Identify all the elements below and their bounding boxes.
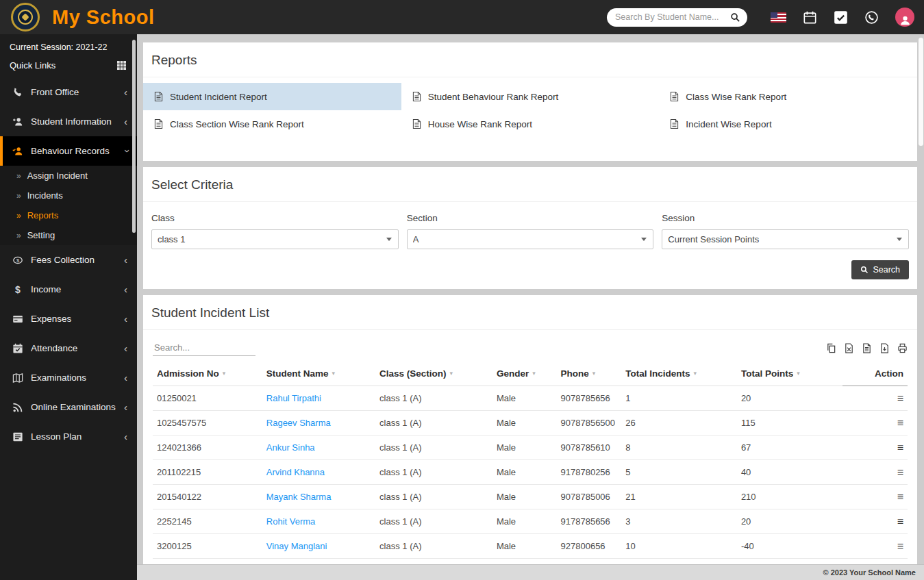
sort-icon: ▾ <box>797 370 800 377</box>
gender-cell: Male <box>492 436 557 460</box>
search-button[interactable]: Search <box>851 260 909 279</box>
class-section-cell: class 1 (A) <box>375 460 492 485</box>
total-points-cell: 40 <box>737 460 842 485</box>
task-check-icon[interactable] <box>834 10 848 25</box>
column-header[interactable]: Phone▾ <box>557 362 622 386</box>
brand[interactable]: My School <box>0 3 155 31</box>
report-link[interactable]: Incident Wise Report <box>659 110 917 138</box>
file-icon <box>670 91 679 102</box>
report-link-label: Class Section Wise Rank Report <box>170 119 304 129</box>
chevron-icon: ‹ <box>124 314 127 324</box>
student-search-input[interactable] <box>615 12 730 22</box>
column-header[interactable]: Action▾ <box>842 362 908 386</box>
student-name-link[interactable]: Rahul Tirpathi <box>266 393 321 403</box>
page-scrollbar[interactable] <box>919 38 923 146</box>
phone-cell: 9178780256 <box>557 460 622 485</box>
column-header[interactable]: Class (Section)▾ <box>375 362 492 386</box>
sidebar-item[interactable]: Online Examinations ‹ <box>0 392 137 422</box>
sidebar-item-label: Behaviour Records <box>31 146 116 156</box>
sidebar-subitem[interactable]: » Setting <box>0 225 137 245</box>
admission-no-cell: 3200125 <box>153 534 262 559</box>
student-name-link[interactable]: Rageev Sharma <box>266 418 331 428</box>
row-action-menu-icon[interactable]: ≡ <box>897 466 903 478</box>
criteria-select[interactable]: A <box>407 229 654 249</box>
report-link[interactable]: Class Wise Rank Report <box>659 83 917 110</box>
student-incident-list-card: Student Incident List Admission No▾ Stud… <box>143 295 917 580</box>
calendar-icon[interactable] <box>803 10 817 25</box>
phone-cell: 90787856500 <box>557 411 622 436</box>
sidebar-item[interactable]: $ Income ‹ <box>0 275 137 304</box>
report-link[interactable]: House Wise Rank Report <box>401 110 660 138</box>
student-name-link[interactable]: Mayank Sharma <box>266 492 332 502</box>
sidebar-item[interactable]: Behaviour Records ‹ <box>0 136 137 166</box>
class-section-cell: class 1 (A) <box>375 509 492 534</box>
total-incidents-cell: 26 <box>621 411 737 436</box>
quick-links[interactable]: Quick Links <box>0 55 137 77</box>
us-flag-icon[interactable] <box>771 12 786 23</box>
angle-double-right-icon: » <box>16 211 21 220</box>
search-button-label: Search <box>873 265 900 275</box>
row-action-menu-icon[interactable]: ≡ <box>897 491 903 503</box>
grid-icon[interactable] <box>117 61 126 70</box>
column-header[interactable]: Total Points▾ <box>737 362 842 386</box>
column-header[interactable]: Total Incidents▾ <box>621 362 737 386</box>
report-link[interactable]: Student Incident Report <box>143 83 401 110</box>
column-header[interactable]: Admission No▾ <box>153 362 262 386</box>
admission-no-cell: 1025457575 <box>153 411 262 436</box>
criteria-select[interactable]: class 1 <box>151 229 399 249</box>
sidebar-item[interactable]: $ Fees Collection ‹ <box>0 245 137 275</box>
chevron-icon: ‹ <box>124 373 127 383</box>
sidebar-item[interactable]: Attendance ‹ <box>0 333 137 363</box>
sidebar-subitem[interactable]: » Reports <box>0 205 137 225</box>
sidebar-item[interactable]: Lesson Plan ‹ <box>0 422 137 451</box>
student-name-link[interactable]: Arvind Khanna <box>266 467 325 477</box>
sidebar-subitem-label: Setting <box>27 230 55 240</box>
row-action-menu-icon[interactable]: ≡ <box>897 540 903 552</box>
field-label: Class <box>151 213 399 223</box>
column-header-label: Total Incidents <box>625 368 690 379</box>
sidebar-item[interactable]: Front Office ‹ <box>0 77 137 107</box>
sidebar-scrollbar[interactable] <box>132 40 136 233</box>
row-action-menu-icon[interactable]: ≡ <box>897 392 903 404</box>
table-search-input[interactable] <box>153 340 255 356</box>
report-link[interactable]: Student Behaviour Rank Report <box>401 83 660 110</box>
sidebar-item[interactable]: Examinations ‹ <box>0 363 137 392</box>
table-row: 201102215 Arvind Khanna class 1 (A) Male… <box>153 460 908 485</box>
row-action-menu-icon[interactable]: ≡ <box>897 442 903 453</box>
criteria-actions: Search <box>143 249 917 279</box>
gender-cell: Male <box>492 534 557 559</box>
search-icon <box>860 266 869 274</box>
student-name-link[interactable]: Ankur Sinha <box>266 442 315 453</box>
copy-icon[interactable] <box>826 343 836 353</box>
csv-icon[interactable] <box>862 343 872 353</box>
action-cell: ≡ <box>842 534 908 559</box>
report-link[interactable]: Class Section Wise Rank Report <box>143 110 401 138</box>
sidebar-subitem[interactable]: » Assign Incident <box>0 166 137 186</box>
incident-list-title: Student Incident List <box>143 295 917 330</box>
column-header[interactable]: Student Name▾ <box>262 362 375 386</box>
sidebar-subitem[interactable]: » Incidents <box>0 186 137 205</box>
column-header[interactable]: Gender▾ <box>492 362 557 386</box>
total-incidents-cell: 21 <box>621 485 737 509</box>
phone-cell: 9078785006 <box>557 485 622 509</box>
student-name-link[interactable]: Vinay Manglani <box>266 541 327 551</box>
sidebar-subitem-label: Incidents <box>27 190 63 201</box>
criteria-select[interactable]: Current Session Points <box>662 229 909 249</box>
sidebar-item[interactable]: Student Information ‹ <box>0 107 137 136</box>
whatsapp-icon[interactable] <box>864 10 879 25</box>
profile-avatar[interactable] <box>895 8 914 27</box>
row-action-menu-icon[interactable]: ≡ <box>897 417 903 429</box>
select-criteria-card: Select Criteria Class class 1 Section A … <box>143 167 917 289</box>
print-icon[interactable] <box>897 343 908 353</box>
row-action-menu-icon[interactable]: ≡ <box>897 516 903 527</box>
pdf-icon[interactable] <box>879 343 890 353</box>
action-cell: ≡ <box>842 411 908 436</box>
sidebar-item[interactable]: Expenses ‹ <box>0 304 137 333</box>
excel-icon[interactable] <box>844 343 854 353</box>
total-points-cell: 115 <box>737 411 842 436</box>
student-name-link[interactable]: Rohit Verma <box>266 516 316 527</box>
select-wrap: A <box>407 229 654 249</box>
search-icon[interactable] <box>730 12 740 23</box>
column-header-label: Class (Section) <box>379 368 447 379</box>
column-header-label: Action <box>875 368 903 379</box>
